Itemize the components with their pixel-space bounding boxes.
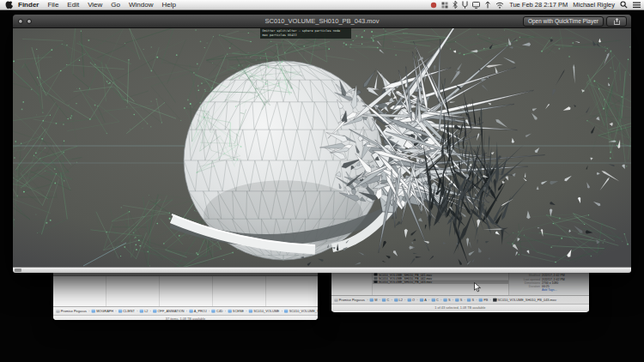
share-button[interactable] [606,16,627,27]
path-separator: › [452,298,453,301]
video-preview[interactable]: Emitter split/alter — sphere particles n… [13,28,631,267]
path-item[interactable]: Promise Pegasus [334,298,365,301]
path-bar: Promise Pegasus›M›C›L2›O›A›C›S›S›S›PB›SC… [331,295,589,304]
menu-file[interactable]: File [43,1,63,9]
menu-items: FinderFileEditViewGoWindowHelp [14,1,180,9]
path-item[interactable]: O [408,298,415,301]
menu-bar: FinderFileEditViewGoWindowHelp Tue Feb 2… [0,0,644,10]
finder-window-folder: Promise Pegasus›MOGRAPH›CLIENT›L2›OFF_AN… [53,273,318,320]
path-item[interactable]: S [455,298,462,301]
window-controls [13,19,32,24]
preview-info-pane: Modified2/22/17, 2:42 PMLast opened2/22/… [509,273,589,295]
path-item[interactable]: L2 [394,298,403,301]
open-with-quicktime-button[interactable]: Open with QuickTime Player [523,16,604,27]
path-item[interactable]: MOGRAPH [92,309,113,312]
folder-icon [382,298,386,301]
notification-red-icon[interactable] [430,2,437,9]
path-item[interactable]: Promise Pegasus [56,309,87,312]
path-item[interactable]: A_PROJ [189,309,206,312]
folder-icon [467,298,471,301]
status-text: 1 of 43 selected, 1.08 TB available [331,305,589,311]
file-row[interactable]: SC010_VOLUME_SH010_PB_043.mov [373,281,508,284]
render-frame [13,28,631,267]
file-name: SC010_VOLUME_SH010_PB_041.mov [379,273,432,276]
bluetooth-icon[interactable] [453,1,458,9]
path-separator: › [404,298,405,301]
spotlight-search-icon[interactable] [620,1,628,9]
column-separator [159,276,160,306]
add-tags-link[interactable]: Add Tags... [542,288,556,292]
close-window-button[interactable] [18,19,23,24]
zoom-window-button[interactable] [27,19,32,24]
path-label: S [460,298,463,301]
column-separator [106,276,106,306]
status-text: 37 items, 1.08 TB available [53,316,318,320]
spaces-icon[interactable] [441,2,448,9]
folder-icon [153,309,156,312]
status-bar: 1 of 43 selected, 1.08 TB available [331,304,589,311]
folder-icon [370,298,374,301]
path-separator: › [115,309,117,312]
path-separator: › [149,309,151,312]
path-label: Promise Pegasus [339,298,365,301]
folder-icon [420,298,423,301]
path-label: Promise Pegasus [61,309,87,312]
menu-window[interactable]: Window [125,1,157,9]
menu-help[interactable]: Help [157,1,179,9]
path-label: SC010_VOLUME_SH010_PB_043.mov [498,298,556,301]
path-item[interactable]: SCENE [228,309,244,312]
column-empty[interactable] [331,273,373,295]
folder-icon [394,298,398,301]
menu-edit[interactable]: Edit [63,1,83,9]
path-separator: › [416,298,418,301]
path-label: SCENE [233,309,244,312]
quicklook-titlebar[interactable]: SC010_VOLUME_SH010_PB_043.mov Open with … [13,15,631,28]
path-item[interactable]: SC010_VOLUME_SH010 [284,309,318,312]
path-item[interactable]: S [443,298,450,301]
menu-clock[interactable]: Tue Feb 28 2:17 PM [509,1,568,9]
drive-icon [334,298,337,301]
movie-file-icon [374,274,378,276]
path-item[interactable]: A [420,298,427,301]
wifi-icon[interactable] [495,2,504,9]
path-item[interactable]: OFF_ANIMATION [153,309,184,312]
path-label: O [412,298,415,301]
render-hud-overlay: Emitter split/alter — sphere particles n… [260,28,351,39]
timemachine-icon[interactable] [484,1,491,9]
folder-icon [431,298,434,301]
finder-window-files: SC010_VOLUME_SH010_PB_041.movSC010_VOLUM… [331,273,589,312]
path-item[interactable]: C4D [211,309,222,312]
scrubber-knob[interactable] [15,268,21,272]
path-item[interactable]: SC010_VOLUME_SH010_PB_043.mov [493,298,556,301]
column-view[interactable] [53,276,318,306]
path-separator: › [246,309,247,312]
path-item[interactable]: CLIENT [118,309,135,312]
path-label: SC010_VOLUME_SH010 [289,309,318,312]
path-label: A [424,298,427,301]
path-item[interactable]: PB [479,298,489,301]
menu-go[interactable]: Go [106,1,125,9]
menu-view[interactable]: View [83,1,106,9]
path-bar: Promise Pegasus›MOGRAPH›CLIENT›L2›OFF_AN… [53,306,318,315]
path-item[interactable]: L2 [140,309,149,312]
path-separator: › [224,309,226,312]
playback-scrubber[interactable] [13,267,631,273]
notification-center-icon[interactable] [633,2,641,9]
path-item[interactable]: M [370,298,378,301]
folder-icon [118,309,122,312]
menu-user[interactable]: Michael Rigley [573,1,615,9]
path-label: MOGRAPH [96,309,113,312]
menu-finder[interactable]: Finder [14,1,43,9]
path-item[interactable]: SC010_VOLUME [249,309,280,312]
file-list[interactable]: SC010_VOLUME_SH010_PB_041.movSC010_VOLUM… [373,273,509,295]
status-bar: 37 items, 1.08 TB available [53,315,318,320]
path-item[interactable]: C [431,298,438,301]
path-item[interactable]: S [467,298,474,301]
display-icon[interactable] [472,2,480,9]
path-separator: › [489,298,491,301]
keychain-icon[interactable] [462,1,468,9]
apple-menu-icon[interactable] [3,1,14,9]
path-separator: › [367,298,368,301]
path-item[interactable]: C [382,298,389,301]
movie-file-icon [374,277,378,280]
